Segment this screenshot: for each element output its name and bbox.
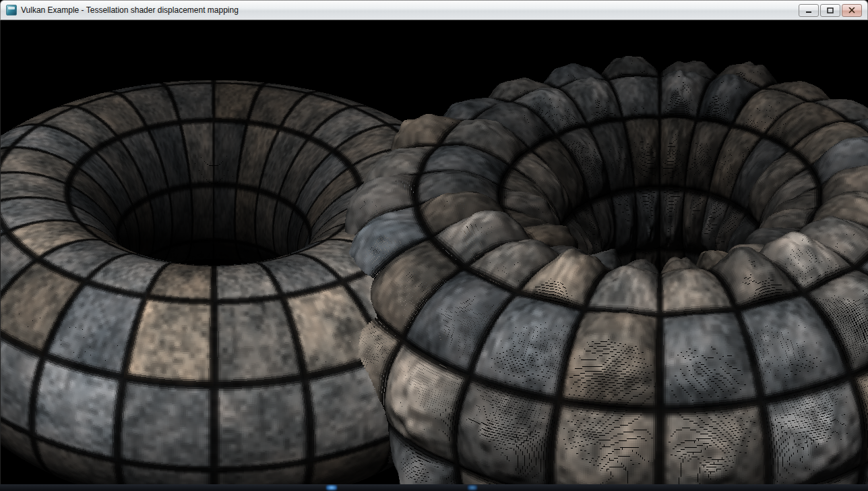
minimize-button[interactable] bbox=[799, 4, 819, 17]
close-icon bbox=[848, 7, 855, 13]
window-controls bbox=[799, 4, 862, 17]
window-title: Vulkan Example - Tessellation shader dis… bbox=[21, 5, 799, 15]
app-window: Vulkan Example - Tessellation shader dis… bbox=[0, 0, 868, 491]
maximize-button[interactable] bbox=[820, 4, 840, 17]
titlebar[interactable]: Vulkan Example - Tessellation shader dis… bbox=[0, 0, 868, 20]
close-button[interactable] bbox=[842, 4, 862, 17]
taskbar-icon-glow-2[interactable] bbox=[468, 485, 477, 490]
viewport-container bbox=[0, 20, 868, 484]
taskbar-strip bbox=[0, 484, 868, 491]
minimize-icon bbox=[805, 7, 812, 13]
maximize-icon bbox=[827, 7, 834, 13]
app-icon bbox=[6, 5, 17, 16]
render-viewport[interactable] bbox=[1, 20, 868, 484]
taskbar-icon-glow-1[interactable] bbox=[326, 485, 337, 490]
